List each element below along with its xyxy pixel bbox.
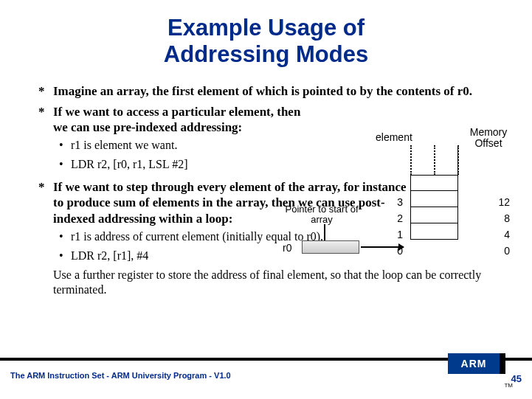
element-label: element — [376, 131, 412, 143]
arm-logo: ARM — [448, 353, 500, 374]
memory-offset-label: Memory Offset — [463, 127, 514, 150]
offset-12: 12 — [488, 196, 510, 208]
title-line-2: Addressing Modes — [164, 41, 368, 67]
index-1: 1 — [388, 229, 403, 240]
bullet-1-text: Imagine an array, the first element of w… — [53, 84, 472, 98]
slide-title: Example Usage of Addressing Modes — [37, 15, 495, 67]
array-dashed-row — [410, 145, 457, 175]
r0-label: r0 — [283, 242, 291, 254]
arm-logo-side — [500, 353, 505, 374]
r0-box — [302, 240, 359, 254]
footer-text: The ARM Instruction Set - ARM University… — [10, 371, 231, 380]
array-row-0 — [410, 223, 457, 240]
title-line-1: Example Usage of — [167, 15, 365, 41]
index-2: 2 — [388, 212, 403, 224]
bullet-3-after: Use a further register to store the addr… — [53, 268, 495, 297]
array-table — [410, 145, 458, 240]
array-row-1 — [410, 207, 457, 223]
array-row-3 — [410, 175, 457, 191]
pointer-line — [324, 224, 325, 242]
offset-8: 8 — [488, 212, 510, 224]
offset-0: 0 — [488, 245, 510, 257]
bullet-1: Imagine an array, the first element of w… — [37, 83, 495, 99]
page-number: 45 — [511, 373, 522, 384]
bullet-2-text: If we want to access a particular elemen… — [53, 104, 311, 136]
array-diagram: element Memory Offset 3 2 1 0 12 8 4 0 P… — [340, 127, 502, 263]
pointer-label: Pointer to start of array — [281, 204, 362, 226]
array-row-2 — [410, 191, 457, 207]
pointer-arrow — [361, 246, 404, 248]
slide: Example Usage of Addressing Modes Imagin… — [0, 0, 532, 399]
offset-4: 4 — [488, 229, 510, 240]
index-3: 3 — [388, 196, 403, 208]
